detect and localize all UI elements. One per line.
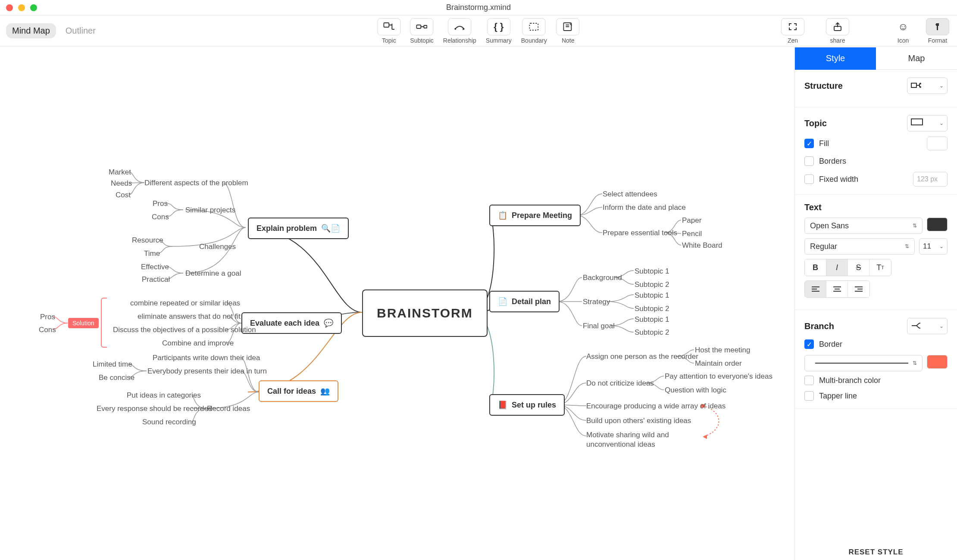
topic-detail-plan[interactable]: 📄 Detail plan: [489, 291, 560, 312]
strikethrough-button[interactable]: S: [848, 259, 869, 276]
topic-shape-select[interactable]: ⌄: [907, 115, 948, 131]
italic-button[interactable]: I: [826, 259, 848, 276]
leaf[interactable]: Prepare essential tools: [603, 229, 677, 237]
branch-style-select[interactable]: ⌄: [907, 318, 948, 334]
leaf[interactable]: Cons: [152, 213, 169, 221]
zen-button[interactable]: Zen: [781, 18, 804, 44]
fill-checkbox[interactable]: ✓: [804, 139, 814, 148]
leaf[interactable]: Build upon others' existing ideas: [586, 417, 691, 425]
leaf[interactable]: eliminate answers that do not fit: [138, 312, 241, 321]
font-size-select[interactable]: 11 ⌄: [919, 238, 948, 255]
leaf[interactable]: Determine a goal: [185, 269, 241, 278]
leaf[interactable]: Subtopic 1: [635, 315, 669, 324]
fixed-width-checkbox[interactable]: [804, 174, 814, 184]
leaf[interactable]: Subtopic 1: [635, 291, 669, 300]
leaf[interactable]: Inform the date and place: [603, 203, 686, 212]
leaf[interactable]: Subtopic 1: [635, 267, 669, 276]
leaf[interactable]: Pay attention to everyone's ideas: [665, 372, 772, 381]
maximize-window-icon[interactable]: [30, 4, 37, 11]
leaf[interactable]: Select attendees: [603, 190, 657, 199]
leaf[interactable]: Subtopic 2: [635, 280, 669, 289]
leaf[interactable]: Subtopic 2: [635, 328, 669, 337]
topic-button[interactable]: Topic: [377, 18, 400, 44]
leaf[interactable]: Cost: [116, 191, 131, 199]
leaf[interactable]: Subtopic 2: [635, 305, 669, 313]
leaf[interactable]: Be concise: [99, 373, 134, 382]
leaf[interactable]: Do not criticize ideas: [586, 379, 654, 388]
leaf[interactable]: Practical: [142, 275, 170, 284]
tab-map[interactable]: Map: [876, 47, 957, 70]
leaf[interactable]: Similar projects: [185, 206, 235, 215]
leaf[interactable]: White Board: [682, 241, 722, 250]
leaf[interactable]: Different aspects of the problem: [144, 179, 248, 187]
leaf[interactable]: Sound recording: [142, 418, 196, 426]
icon-button[interactable]: ☺ Icon: [891, 18, 915, 44]
leaf[interactable]: Challenges: [199, 243, 236, 251]
summary-solution[interactable]: Solution: [68, 318, 99, 328]
leaf[interactable]: Record ideas: [207, 404, 250, 413]
text-color-swatch[interactable]: [927, 218, 948, 231]
leaf[interactable]: Put ideas in categories: [127, 391, 201, 400]
leaf[interactable]: Host the meeting: [695, 346, 751, 355]
note-button[interactable]: Note: [557, 18, 580, 44]
leaf[interactable]: Effective: [141, 263, 169, 271]
align-center-button[interactable]: [826, 281, 848, 297]
leaf[interactable]: Pros: [153, 199, 168, 208]
topic-set-up-rules[interactable]: 📕 Set up rules: [489, 394, 565, 416]
tab-outliner[interactable]: Outliner: [59, 23, 102, 38]
leaf[interactable]: Cons: [39, 326, 56, 334]
leaf[interactable]: Participants write down their idea: [153, 354, 260, 362]
leaf[interactable]: Resource: [132, 236, 163, 245]
topic-call-for-ideas[interactable]: Call for ideas 👥: [259, 380, 338, 402]
leaf[interactable]: Background: [583, 274, 622, 282]
align-right-button[interactable]: [848, 281, 869, 297]
leaf[interactable]: Needs: [111, 179, 132, 188]
leaf[interactable]: Motivate sharing wild and unconventional…: [586, 430, 705, 449]
font-weight-select[interactable]: Regular ⇅: [804, 238, 915, 255]
borders-checkbox[interactable]: [804, 156, 814, 166]
subtopic-button[interactable]: Subtopic: [410, 18, 433, 44]
leaf[interactable]: Assign one person as the recorder: [586, 352, 698, 361]
close-window-icon[interactable]: [6, 4, 13, 11]
leaf[interactable]: Question with logic: [665, 386, 726, 395]
format-button[interactable]: Format: [926, 18, 949, 44]
leaf[interactable]: Pencil: [682, 230, 702, 238]
leaf[interactable]: Market: [109, 168, 131, 177]
summary-button[interactable]: { } Summary: [486, 18, 512, 44]
leaf[interactable]: Combine and improve: [162, 339, 234, 348]
boundary-button[interactable]: Boundary: [521, 18, 547, 44]
tapper-line-checkbox[interactable]: [804, 391, 814, 401]
leaf[interactable]: Discuss the objectives of a possible sol…: [113, 326, 256, 334]
minimize-window-icon[interactable]: [18, 4, 25, 11]
leaf[interactable]: Every response should be recorded: [97, 404, 212, 413]
leaf[interactable]: Limited time: [93, 360, 132, 369]
topic-prepare-meeting[interactable]: 📋 Prepare Meeting: [489, 205, 581, 226]
fixed-width-input[interactable]: 123 px: [913, 172, 948, 187]
tab-mind-map[interactable]: Mind Map: [6, 23, 56, 38]
share-button[interactable]: share: [826, 18, 849, 44]
multi-branch-checkbox[interactable]: [804, 376, 814, 385]
bold-button[interactable]: B: [805, 259, 826, 276]
tab-style[interactable]: Style: [795, 47, 876, 70]
topic-evaluate-each-idea[interactable]: Evaluate each idea 💬: [241, 312, 342, 334]
leaf[interactable]: Pros: [40, 313, 55, 321]
align-left-button[interactable]: [805, 281, 826, 297]
mind-map-canvas[interactable]: BRAINSTORM Explain problem 🔍📄 Evaluate e…: [0, 47, 794, 560]
border-checkbox[interactable]: ✓: [804, 339, 814, 349]
leaf[interactable]: Strategy: [583, 298, 610, 306]
structure-select[interactable]: ⌄: [907, 78, 948, 94]
text-case-button[interactable]: TT: [869, 259, 891, 276]
leaf[interactable]: Maintain order: [695, 359, 742, 368]
reset-style-button[interactable]: RESET STYLE: [848, 548, 903, 557]
leaf[interactable]: Paper: [682, 216, 701, 225]
border-color-swatch[interactable]: [927, 355, 948, 369]
leaf[interactable]: combine repeated or similar ideas: [130, 299, 240, 308]
leaf[interactable]: Final goal: [583, 322, 615, 330]
topic-explain-problem[interactable]: Explain problem 🔍📄: [248, 218, 349, 239]
fill-color-swatch[interactable]: [927, 137, 948, 150]
leaf[interactable]: Everybody presents their idea in turn: [147, 367, 267, 376]
leaf[interactable]: Encourage producing a wide array of idea…: [586, 402, 726, 411]
center-topic[interactable]: BRAINSTORM: [362, 289, 488, 337]
leaf[interactable]: Time: [144, 249, 160, 258]
relationship-button[interactable]: Relationship: [443, 18, 476, 44]
